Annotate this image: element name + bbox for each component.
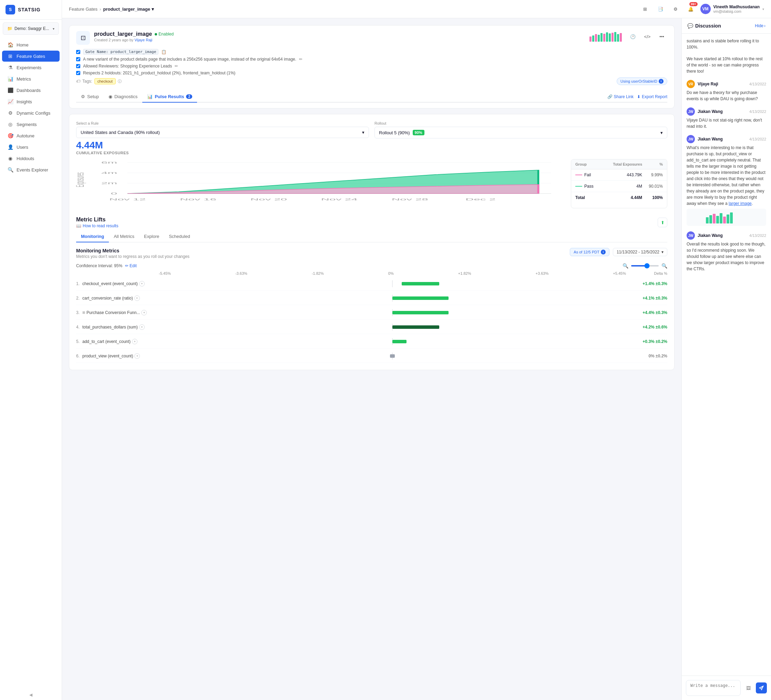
tab-monitoring[interactable]: Monitoring: [76, 231, 109, 242]
settings-icon-btn[interactable]: ⚙: [670, 3, 681, 15]
tag-info-icon[interactable]: ⓘ: [118, 79, 122, 84]
svg-text:4m: 4m: [101, 171, 117, 175]
tab-explore[interactable]: Explore: [139, 231, 164, 242]
edit-ci-btn[interactable]: ✏ Edit: [125, 263, 137, 268]
sidebar-item-holdouts[interactable]: ◉ Holdouts: [2, 153, 60, 164]
tag-checkout[interactable]: checkout: [94, 78, 116, 84]
delta-axis-label: +5.45%: [613, 271, 626, 276]
hide-discussion-btn[interactable]: Hide ›: [755, 23, 766, 28]
exposure-content: 6m 4m 2m 0 Nov 12 Nov 16: [76, 159, 667, 208]
share-icon: 🔗: [607, 94, 613, 99]
share-link-btn[interactable]: 🔗 Share Link: [607, 94, 634, 99]
tab-scheduled[interactable]: Scheduled: [164, 231, 195, 242]
send-message-btn[interactable]: [756, 682, 767, 694]
history-icon-btn[interactable]: 🕐: [627, 31, 638, 42]
larger-image-link[interactable]: larger image: [729, 201, 752, 206]
dropdown-arrow-icon[interactable]: ▾: [151, 6, 154, 12]
breadcrumb-parent[interactable]: Feature Gates: [69, 6, 98, 12]
stable-id-info-icon[interactable]: i: [659, 79, 664, 84]
notifications-btn[interactable]: 🔔 99+: [685, 3, 696, 15]
svg-rect-4: [600, 33, 603, 42]
delta-axis-label: -5.45%: [159, 271, 171, 276]
svg-rect-10: [617, 34, 619, 42]
reviewers-checkbox[interactable]: [76, 64, 80, 68]
zoom-out-icon[interactable]: 🔍: [623, 263, 628, 268]
holdouts-checkbox[interactable]: [76, 71, 80, 75]
sidebar-item-dashboards[interactable]: ⬛ Dashboards: [2, 85, 60, 96]
more-options-btn[interactable]: •••: [656, 31, 667, 42]
tab-pulse-results[interactable]: 📊 Pulse Results 2: [142, 91, 197, 102]
sidebar-item-events-explorer[interactable]: 🔍 Events Explorer: [2, 164, 60, 175]
sidebar-item-metrics[interactable]: 📊 Metrics: [2, 73, 60, 84]
sidebar-item-insights[interactable]: 📈 Insights: [2, 96, 60, 107]
zoom-in-icon[interactable]: 🔍: [662, 263, 667, 268]
sidebar-label-segments: Segments: [16, 122, 37, 127]
list-item: JW Jiakan Wang 4/13/2022 Vijaye DAU is n…: [686, 107, 766, 130]
description-checkbox[interactable]: [76, 57, 80, 61]
rule-dropdown[interactable]: United States and Canada (90% rollout) ▾: [76, 127, 369, 138]
tab-all-metrics[interactable]: All Metrics: [109, 231, 139, 242]
gate-created: Created 2 years ago by Vijaye Raji: [94, 38, 174, 42]
metric-bar: [392, 311, 449, 314]
attach-image-btn[interactable]: 🖼: [743, 683, 753, 693]
svg-text:Nov 12: Nov 12: [109, 198, 146, 201]
zoom-slider[interactable]: [631, 265, 659, 266]
how-to-read-link[interactable]: 📖 How to read results: [76, 224, 118, 228]
user-name: Jiakan Wang: [698, 233, 723, 238]
pencil-icon: ✏: [125, 263, 128, 268]
copy-icon[interactable]: 📋: [161, 50, 166, 54]
tab-diagnostics[interactable]: ◉ Diagnostics: [104, 91, 142, 102]
metric-tabs: Monitoring All Metrics Explore Scheduled: [76, 231, 667, 242]
exposure-mini-chart: [589, 31, 624, 42]
code-icon-btn[interactable]: </>: [642, 31, 653, 42]
funnel-icon: ⊞: [82, 310, 85, 314]
as-of-info-icon[interactable]: i: [601, 250, 606, 255]
sidebar-item-users[interactable]: 👤 Users: [2, 141, 60, 153]
metric-info-btn[interactable]: +: [134, 353, 140, 359]
sidebar-item-feature-gates[interactable]: ⊞ Feature Gates: [2, 50, 60, 62]
created-by-link[interactable]: Vijaye Raji: [134, 38, 152, 42]
ci-row: Confidence Interval: 95% ✏ Edit 🔍 🔍: [76, 263, 667, 268]
setup-tab-icon: ⚙: [81, 94, 85, 99]
monitoring-metrics-desc: Metrics you don't want to regress as you…: [76, 254, 189, 259]
sidebar-label-holdouts: Holdouts: [16, 156, 34, 161]
metric-info-btn[interactable]: +: [132, 339, 137, 344]
metric-bar: [392, 296, 449, 300]
sidebar-item-experiments[interactable]: ⚗ Experiments: [2, 62, 60, 73]
metric-info-btn[interactable]: +: [139, 324, 145, 330]
sidebar-item-autotune[interactable]: 🎯 Autotune: [2, 130, 60, 141]
content-area: ⊡ product_larger_image Enabled Created: [62, 18, 682, 700]
gate-name-checkbox[interactable]: [76, 50, 80, 54]
metric-row: 1. checkout_event (event_count) + +1.4% …: [76, 277, 667, 291]
user-menu[interactable]: VM Vineeth Madhusudanan vm@statsig.com ▾: [700, 4, 764, 14]
logo-icon: S: [5, 5, 15, 15]
message-input[interactable]: [686, 680, 741, 696]
fail-line-indicator: [575, 175, 582, 175]
metric-info-btn[interactable]: +: [134, 296, 140, 301]
delta-pct-label: Delta %: [626, 271, 667, 276]
sidebar-item-dynamic-configs[interactable]: ⚙ Dynamic Configs: [2, 107, 60, 119]
sidebar-item-home[interactable]: 🏠 Home: [2, 39, 60, 50]
table-row: Pass 4M 90.01%: [571, 181, 667, 192]
metric-bar: [392, 340, 407, 343]
puzzle-icon-btn[interactable]: ⊞: [640, 3, 651, 15]
workspace-selector[interactable]: 📁 Demo: Swaggr E... ▾: [3, 23, 59, 35]
logo-text: STATSIG: [18, 7, 41, 12]
rollout-dropdown[interactable]: Rollout 5 (90%) 90% ▾: [374, 127, 667, 138]
edit-description-icon[interactable]: ✏: [299, 57, 303, 62]
collapse-sidebar-btn[interactable]: ◀: [0, 690, 62, 700]
metric-info-btn[interactable]: +: [139, 281, 145, 286]
exposure-table-header: Group Total Exposures %: [571, 159, 667, 169]
bookmark-icon-btn[interactable]: 📑: [655, 3, 666, 15]
chevron-down-icon: ▾: [53, 27, 54, 31]
edit-reviewers-icon[interactable]: ✏: [175, 64, 178, 68]
sidebar-item-segments[interactable]: ◎ Segments: [2, 119, 60, 130]
metric-info-btn[interactable]: +: [141, 310, 147, 315]
tab-setup[interactable]: ⚙ Setup: [76, 91, 104, 102]
tags-icon: 🏷: [76, 79, 80, 84]
export-icon: ⬇: [637, 94, 641, 99]
date-range-picker[interactable]: 11/13/2022 - 12/5/2022 ▾: [613, 248, 667, 256]
segments-icon: ◎: [8, 122, 13, 127]
metric-export-btn[interactable]: ⬆: [658, 218, 667, 227]
export-report-btn[interactable]: ⬇ Export Report: [637, 94, 667, 99]
